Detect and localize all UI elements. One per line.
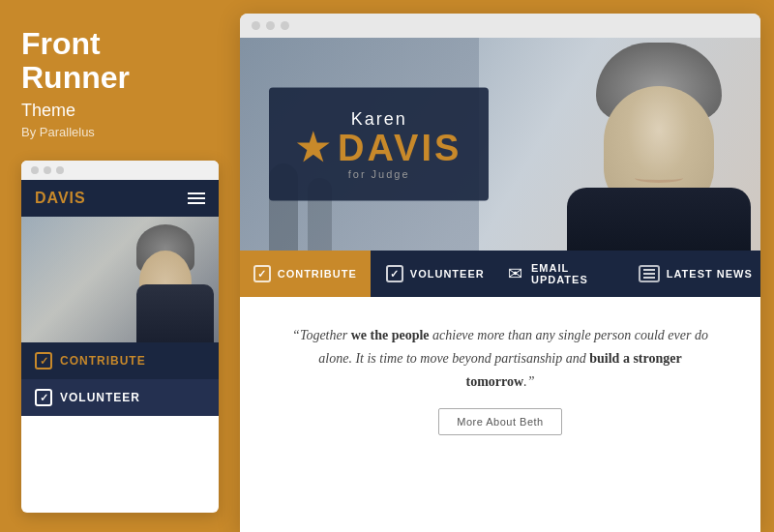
mobile-hero-image: [21, 217, 219, 342]
more-about-button[interactable]: More About Beth: [438, 408, 561, 435]
logo-davis-text: DAVIS: [338, 130, 461, 166]
quote-close: .”: [523, 374, 534, 389]
tab-email-label: EMAIL UPDATES: [531, 262, 623, 285]
news-line-2: [643, 273, 655, 275]
theme-by: By Parallelus: [21, 125, 219, 139]
quote-section: “Together we the people achieve more tha…: [240, 297, 760, 532]
browser-window: Karen ★ DAVIS for Judge CONTRIBUTE VOLUN…: [240, 14, 760, 532]
quote-text: “Together we the people achieve more tha…: [288, 324, 712, 393]
tab-contribute-label: CONTRIBUTE: [278, 268, 357, 280]
hero-smile: [635, 173, 683, 183]
mobile-dot-3: [56, 166, 64, 174]
mobile-nav-logo: DAVIS: [35, 190, 86, 207]
tab-contribute[interactable]: CONTRIBUTE: [240, 251, 371, 297]
tab-latest-news[interactable]: LATEST NEWS: [631, 251, 761, 297]
news-icon: [639, 265, 660, 282]
logo-karen: Karen: [296, 109, 461, 130]
theme-title: Front Runner: [21, 27, 219, 95]
news-line-3: [643, 277, 655, 279]
mobile-contribute-label: CONTRIBUTE: [60, 354, 146, 368]
hero-person-area: [479, 38, 760, 251]
hero-body: [567, 188, 751, 251]
mobile-contribute-row[interactable]: CONTRIBUTE: [21, 342, 219, 379]
mobile-dot-2: [44, 166, 51, 174]
mobile-volunteer-label: VOLUNTEER: [60, 391, 140, 404]
browser-dot-2: [266, 21, 275, 30]
hero-logo-overlay: Karen ★ DAVIS for Judge: [269, 88, 489, 201]
mobile-mockup: DAVIS CONTRIBUTE VOLUNTEER: [21, 161, 219, 513]
browser-dot-3: [281, 21, 289, 30]
quote-bold1: we the people: [351, 328, 430, 342]
mobile-dot-1: [31, 166, 39, 174]
envelope-icon: ✉: [508, 263, 522, 284]
left-panel: Front Runner Theme By Parallelus DAVIS C…: [0, 0, 240, 532]
mobile-contribute-icon: [35, 352, 52, 369]
tab-volunteer-label: VOLUNTEER: [410, 268, 485, 280]
hamburger-icon[interactable]: [188, 192, 205, 204]
mobile-body: [136, 284, 214, 342]
tab-volunteer[interactable]: VOLUNTEER: [371, 251, 501, 297]
logo-star-icon: ★: [296, 130, 332, 166]
mobile-nav: DAVIS: [21, 180, 219, 217]
volunteer-check-icon: [386, 265, 403, 282]
tab-email-updates[interactable]: ✉ EMAIL UPDATES: [500, 251, 631, 297]
news-line-1: [643, 269, 655, 271]
mobile-volunteer-row[interactable]: VOLUNTEER: [21, 379, 219, 416]
theme-subtitle: Theme: [21, 101, 219, 121]
contribute-check-icon: [253, 265, 271, 282]
mobile-dots: [21, 161, 219, 180]
logo-davis: ★ DAVIS: [296, 130, 461, 166]
logo-forjudge: for Judge: [296, 168, 461, 180]
browser-dot-1: [252, 21, 260, 30]
mobile-volunteer-icon: [35, 389, 52, 406]
nav-tabs: CONTRIBUTE VOLUNTEER ✉ EMAIL UPDATES LAT…: [240, 251, 760, 297]
browser-chrome: [240, 14, 760, 38]
browser-content: Karen ★ DAVIS for Judge CONTRIBUTE VOLUN…: [240, 38, 760, 532]
hero-section: Karen ★ DAVIS for Judge: [240, 38, 760, 251]
tab-news-label: LATEST NEWS: [667, 268, 753, 280]
quote-open: “Together: [292, 328, 351, 342]
